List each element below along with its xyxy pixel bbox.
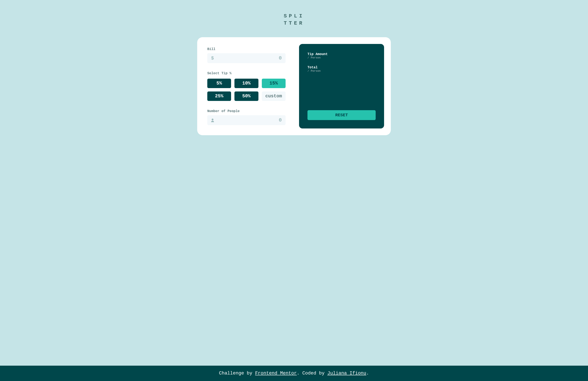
reset-button[interactable]: RESET [308,110,376,120]
tip-button-50[interactable]: 50% [234,92,258,101]
footer-link-author[interactable]: Juliana Ifionu [327,371,366,376]
total-labels: Total / Person [308,66,320,73]
tip-button-10[interactable]: 10% [234,79,258,88]
calculator-card: Bill $ Select Tip % 5% 10% 15% 25% 50% N… [197,37,391,135]
tip-amount-labels: Tip Amount / Person [308,52,328,59]
people-input[interactable] [207,115,286,125]
logo-line-1: SPLI [284,13,304,20]
tip-label: Select Tip % [207,72,286,75]
results-panel: Tip Amount / Person Total / Person RESET [299,44,384,129]
footer-prefix: Challenge by [219,371,255,376]
tip-button-25[interactable]: 25% [207,92,231,101]
tip-custom-input[interactable] [262,92,286,101]
bill-input-wrapper: $ [207,53,286,63]
footer-mid: . Coded by [297,371,327,376]
person-icon [211,118,214,122]
people-input-wrapper [207,115,286,125]
tip-amount-row: Tip Amount / Person [308,52,376,59]
total-label: Total [308,66,320,69]
dollar-icon: $ [211,56,214,61]
tip-button-15[interactable]: 15% [262,79,286,88]
footer-suffix: . [366,371,369,376]
footer: Challenge by Frontend Mentor. Coded by J… [0,366,588,381]
app-logo: SPLI TTER [284,13,304,27]
tip-section: Select Tip % 5% 10% 15% 25% 50% [207,72,286,101]
footer-link-frontend-mentor[interactable]: Frontend Mentor [255,371,297,376]
people-label: Number of People [207,109,286,113]
tip-grid: 5% 10% 15% 25% 50% [207,79,286,101]
tip-amount-sublabel: / Person [308,56,328,59]
bill-label: Bill [207,47,286,51]
bill-input[interactable] [207,53,286,63]
logo-line-2: TTER [284,20,304,27]
total-row: Total / Person [308,66,376,73]
total-sublabel: / Person [308,69,320,73]
tip-button-5[interactable]: 5% [207,79,231,88]
tip-amount-label: Tip Amount [308,52,328,56]
inputs-section: Bill $ Select Tip % 5% 10% 15% 25% 50% N… [204,44,289,129]
